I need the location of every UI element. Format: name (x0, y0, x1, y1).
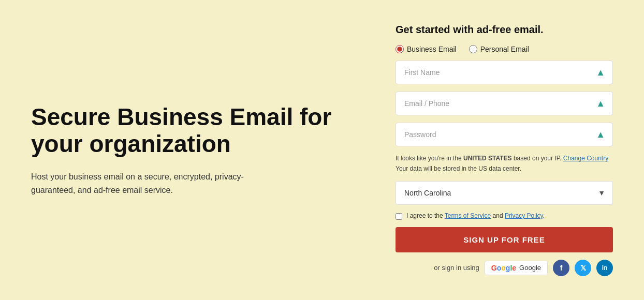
social-signin-row: or sign in using Google Google f 𝕏 in (396, 260, 613, 276)
left-panel: Secure Business Email for your organizat… (31, 103, 364, 197)
facebook-signin-button[interactable]: f (553, 260, 569, 276)
personal-email-radio[interactable] (469, 45, 477, 53)
linkedin-icon: in (602, 264, 608, 272)
twitter-signin-button[interactable]: 𝕏 (575, 260, 591, 276)
password-field: ▲ (396, 123, 613, 146)
business-email-label: Business Email (407, 45, 457, 53)
change-country-link[interactable]: Change Country (563, 155, 608, 162)
page-container: Secure Business Email for your organizat… (0, 0, 644, 300)
first-name-icon: ▲ (589, 67, 612, 78)
email-phone-field: ▲ (396, 92, 613, 115)
facebook-icon: f (560, 264, 563, 272)
linkedin-signin-button[interactable]: in (596, 260, 613, 276)
agree-checkbox[interactable] (396, 213, 402, 220)
location-notice: It looks like you're in the UNITED STATE… (396, 154, 613, 173)
google-signin-button[interactable]: Google Google (485, 261, 548, 275)
state-select-wrapper: North Carolina California New York Texas… (396, 181, 613, 205)
panel-title: Get started with ad-free email. (396, 24, 613, 36)
main-heading: Secure Business Email for your organizat… (31, 103, 364, 158)
state-select[interactable]: North Carolina California New York Texas… (396, 182, 612, 204)
email-phone-input[interactable] (396, 92, 589, 115)
sub-text: Host your business email on a secure, en… (31, 170, 248, 197)
business-email-radio-label[interactable]: Business Email (396, 45, 457, 53)
country-label: UNITED STATES (463, 155, 512, 162)
privacy-policy-link[interactable]: Privacy Policy (505, 212, 543, 219)
first-name-field: ▲ (396, 61, 613, 84)
agree-text: I agree to the Terms of Service and Priv… (406, 212, 545, 219)
terms-of-service-link[interactable]: Terms of Service (445, 212, 491, 219)
twitter-icon: 𝕏 (580, 264, 586, 272)
email-phone-icon: ▲ (589, 98, 612, 109)
signup-button[interactable]: SIGN UP FOR FREE (396, 227, 613, 252)
google-label: Google (519, 264, 541, 272)
google-icon: Google (491, 264, 516, 272)
email-type-radio-group: Business Email Personal Email (396, 45, 613, 53)
agree-row: I agree to the Terms of Service and Priv… (396, 212, 613, 220)
business-email-radio[interactable] (396, 45, 404, 53)
personal-email-radio-label[interactable]: Personal Email (469, 45, 529, 53)
data-center-notice: Your data will be stored in the US data … (396, 165, 521, 172)
right-panel: Get started with ad-free email. Business… (396, 24, 613, 276)
password-input[interactable] (396, 123, 589, 146)
password-icon: ▲ (589, 129, 612, 140)
first-name-input[interactable] (396, 61, 589, 84)
personal-email-label: Personal Email (480, 45, 529, 53)
social-signin-label: or sign in using (434, 264, 479, 272)
